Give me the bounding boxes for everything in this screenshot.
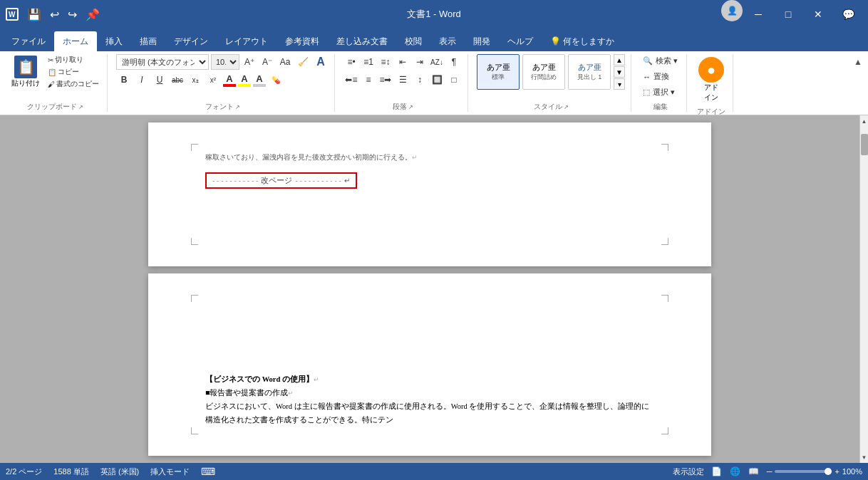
align-right-button[interactable]: ≡➡ (378, 72, 393, 88)
vertical-scrollbar[interactable]: ▲ ▼ (859, 115, 868, 463)
tab-view[interactable]: 表示 (430, 31, 465, 51)
save-icon[interactable]: 💾 (24, 6, 44, 23)
paste-button[interactable]: 📋 貼り付け (9, 54, 43, 90)
italic-button[interactable]: I (134, 72, 150, 88)
keyboard-icon: ⌨ (201, 466, 215, 477)
page-2[interactable]: 【ビジネスでの Word の使用】↵ ■報告書や提案書の作成↵ ビジネスにおいて… (148, 273, 711, 456)
tab-review[interactable]: 校閲 (396, 31, 430, 51)
text-color-button[interactable]: A (223, 73, 236, 87)
tab-mailings[interactable]: 差し込み文書 (328, 31, 396, 51)
find-button[interactable]: 🔍 検索 ▾ (640, 54, 681, 68)
cut-button[interactable]: ✂ 切り取り (46, 54, 101, 66)
border-button[interactable]: □ (446, 72, 462, 88)
subscript-button[interactable]: x₂ (187, 72, 203, 88)
decrease-indent-button[interactable]: ⇤ (395, 54, 410, 70)
bullets-button[interactable]: ≡• (343, 54, 359, 70)
scroll-thumb[interactable] (861, 134, 868, 155)
multilevel-button[interactable]: ≡↕ (378, 54, 393, 70)
zoom-thumb (825, 468, 832, 475)
pin-icon[interactable]: 📌 (83, 6, 103, 23)
increase-indent-button[interactable]: ⇥ (412, 54, 428, 70)
clipboard-label-text: クリップボード (27, 102, 77, 112)
sort-button[interactable]: AZ↓ (429, 54, 445, 70)
style-scroll-up[interactable]: ▲ (614, 54, 625, 66)
tab-insert[interactable]: 挿入 (97, 31, 131, 51)
shading-button[interactable]: A (253, 73, 266, 87)
style-more[interactable]: ▾ (614, 78, 625, 90)
scroll-down-arrow[interactable]: ▼ (860, 452, 869, 463)
clipboard-expand-icon[interactable]: ↗ (78, 104, 83, 110)
font-size-select[interactable]: 10.5 (211, 54, 239, 70)
scroll-track[interactable] (860, 127, 868, 452)
zoom-plus-button[interactable]: + (835, 467, 839, 476)
zoom-level[interactable]: 100% (842, 467, 862, 476)
justify-button[interactable]: ☰ (395, 72, 410, 88)
font-expand-icon[interactable]: ↗ (235, 104, 240, 110)
expand-arrow-icon[interactable]: ▲ (854, 57, 862, 67)
tab-file[interactable]: ファイル (3, 31, 54, 51)
paragraph-expand-icon[interactable]: ↗ (408, 104, 413, 110)
zoom-minus-button[interactable]: ─ (767, 467, 773, 476)
center-button[interactable]: ≡ (361, 72, 376, 88)
paragraph-group: ≡• ≡1 ≡↕ ⇤ ⇥ AZ↓ ¶ ⬅≡ ≡ ≡➡ ☰ ↕ 🔲 □ (341, 54, 468, 112)
ribbon-expand-button[interactable]: ▲ (854, 54, 862, 112)
text-effects-button[interactable]: A (313, 54, 329, 70)
style-heading1[interactable]: あア亜 見出し 1 (568, 54, 611, 90)
style-normal[interactable]: あア亜 標準 (477, 54, 520, 90)
align-left-button[interactable]: ⬅≡ (343, 72, 359, 88)
scroll-up-arrow[interactable]: ▲ (860, 115, 869, 127)
replace-button[interactable]: ↔ 置換 (640, 70, 681, 83)
comment-button[interactable]: 💬 (834, 0, 862, 28)
tab-home[interactable]: ホーム (54, 31, 97, 51)
view-settings-label[interactable]: 表示設定 (673, 466, 704, 477)
show-hide-button[interactable]: ¶ (446, 54, 462, 70)
tab-layout[interactable]: レイアウト (217, 31, 277, 51)
font-shrink-button[interactable]: A⁻ (259, 54, 275, 70)
maximize-button[interactable]: □ (774, 0, 802, 28)
print-view-button[interactable]: 📄 (710, 464, 724, 479)
redo-icon[interactable]: ↪ (65, 6, 80, 23)
highlight-button[interactable]: A (238, 73, 251, 87)
font-grow-button[interactable]: A⁺ (242, 54, 257, 70)
tab-help[interactable]: ヘルプ (499, 31, 542, 51)
strikethrough-button[interactable]: abc (170, 72, 185, 88)
superscript-button[interactable]: x² (205, 72, 221, 88)
font-dialog-button[interactable]: 💊 (268, 72, 284, 88)
close-button[interactable]: ✕ (804, 0, 832, 28)
numbering-button[interactable]: ≡1 (361, 54, 376, 70)
user-avatar[interactable]: 👤 (721, 0, 743, 21)
tab-references[interactable]: 参考資料 (277, 31, 328, 51)
style-heading1-text: あア亜 (578, 62, 601, 73)
change-case-button[interactable]: Aa (277, 54, 293, 70)
editing-content: 🔍 検索 ▾ ↔ 置換 ⬚ 選択 ▾ (640, 54, 681, 100)
font-label-text: フォント (205, 102, 234, 112)
tab-search[interactable]: 💡 何をしますか (542, 31, 623, 51)
select-button[interactable]: ⬚ 選択 ▾ (640, 85, 681, 99)
font-controls: 游明朝 (本文のフォン 10.5 A⁺ A⁻ Aa 🧹 A B I U abc (116, 54, 329, 88)
tab-draw[interactable]: 描画 (131, 31, 165, 51)
style-compact[interactable]: あア亜 行間詰め (522, 54, 565, 90)
document-area: 稼取さいており、漏洩内容を見た後改文授かい初期的に行える。↵ - - - - -… (0, 115, 868, 463)
shading2-button[interactable]: 🔲 (429, 72, 445, 88)
zoom-slider[interactable] (775, 470, 832, 473)
bold-button[interactable]: B (116, 72, 132, 88)
font-name-select[interactable]: 游明朝 (本文のフォン (116, 54, 209, 70)
page1-top-text: 稼取さいており、漏洩内容を見た後改文授かい初期的に行える。↵ (205, 151, 654, 164)
minimize-button[interactable]: ─ (744, 0, 773, 28)
tab-design[interactable]: デザイン (165, 31, 217, 51)
undo-icon[interactable]: ↩ (47, 6, 62, 23)
line-spacing-button[interactable]: ↕ (412, 72, 428, 88)
tab-developer[interactable]: 開発 (465, 31, 499, 51)
web-view-button[interactable]: 🌐 (728, 464, 743, 479)
copy-button[interactable]: 📋 コピー (46, 66, 101, 78)
clipboard-small-buttons: ✂ 切り取り 📋 コピー 🖌 書式のコピー (46, 54, 101, 90)
style-scroll-down[interactable]: ▼ (614, 66, 625, 78)
clear-format-button[interactable]: 🧹 (295, 54, 311, 70)
addin-button[interactable]: ● アドイン (696, 54, 727, 105)
read-mode-button[interactable]: 📖 (747, 464, 761, 479)
format-painter-button[interactable]: 🖌 書式のコピー (46, 78, 101, 90)
quick-access-toolbar: 💾 ↩ ↪ 📌 (24, 6, 103, 23)
styles-expand-icon[interactable]: ↗ (564, 104, 569, 110)
search-icon: 🔍 (643, 56, 653, 66)
underline-button[interactable]: U (152, 72, 167, 88)
